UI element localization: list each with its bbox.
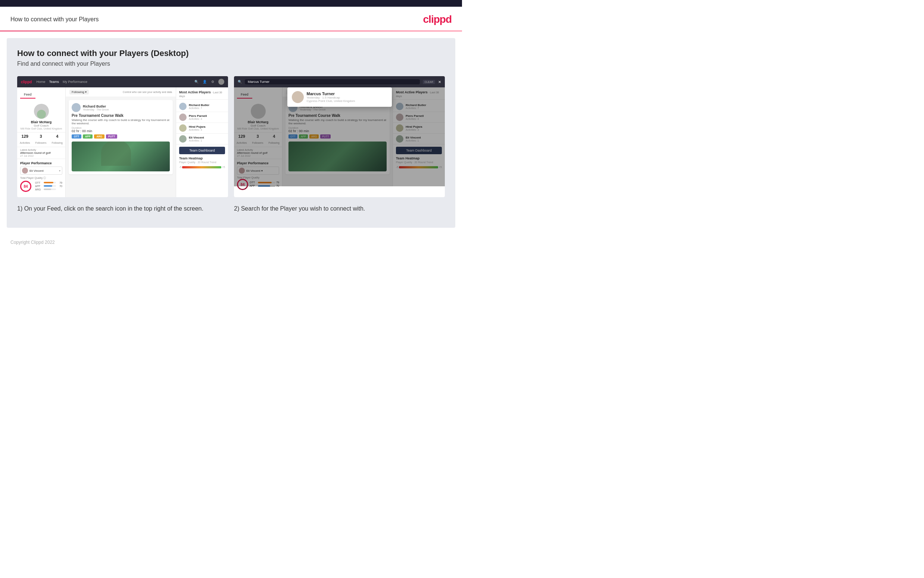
close-button[interactable]: ✕ (438, 80, 441, 84)
screenshots-row: clippd Home Teams My Performance 🔍 👤 ⚙ F (17, 76, 445, 197)
player-avatar-4 (179, 135, 186, 143)
player-list-item: Richard Butler Activities: 7 (176, 101, 228, 112)
search-result-subtitle: Yesterday · 1-5 Handicap (307, 96, 355, 99)
header: How to connect with your Players clippd (0, 7, 462, 31)
page-title: How to connect with your Players (10, 16, 99, 23)
search-icon-2: 🔍 (238, 80, 242, 84)
nav-my-performance[interactable]: My Performance (63, 80, 87, 84)
activity-title: Pre Tournament Course Walk (72, 114, 170, 118)
selected-player-label: Eli Vincent (29, 169, 44, 172)
quality-label: Total Player Quality ⓘ (20, 176, 62, 180)
team-heatmap-subtitle: Player Quality · 20 Round Trend (176, 161, 228, 165)
left-panel-1: Feed Blair McHarg Golf Coach Mill Ride G… (17, 88, 66, 197)
activity-user-row: Richard Butler Yesterday · The Grove (72, 103, 170, 112)
settings-icon[interactable]: ⚙ (210, 79, 215, 84)
nav-home[interactable]: Home (36, 80, 45, 84)
search-result-club: Cypress Point Club, United Kingdom (307, 99, 355, 103)
quality-bars: OTT 79 APP (35, 182, 62, 192)
activity-user-info: Richard Butler Yesterday · The Grove (83, 104, 109, 111)
right-panel-1: Most Active Players · Last 30 days Richa… (176, 88, 228, 197)
activity-image (72, 141, 170, 171)
team-heatmap-title: Team Heatmap (176, 156, 228, 161)
quality-score-row: 84 OTT 79 APP (20, 181, 62, 192)
footer: Copyright Clippd 2022 (0, 234, 462, 250)
player-list-item: Piers Parnell Activities: 4 (176, 112, 228, 123)
logo: clippd (423, 13, 451, 25)
copyright-text: Copyright Clippd 2022 (10, 240, 55, 245)
stat-following: 4 Following (52, 134, 63, 145)
caption-text-2: 2) Search for the Player you wish to con… (234, 205, 445, 213)
tag-putt: PUTT (106, 135, 117, 138)
team-dashboard-button[interactable]: Team Dashboard (179, 147, 225, 154)
duration-value: 02 hr : 00 min (72, 129, 170, 133)
player-mini-avatar (22, 168, 28, 174)
control-link[interactable]: Control who can see your activity and da… (123, 91, 172, 93)
player-avatar-2 (179, 114, 186, 121)
stat-followers: 3 Followers (36, 134, 47, 145)
arg-bar: ARG (35, 188, 62, 191)
caption-1: 1) On your Feed, click on the search ico… (17, 205, 228, 213)
main-subheading: Find and connect with your Players (17, 60, 445, 67)
search-icon[interactable]: 🔍 (194, 79, 199, 84)
caption-2: 2) Search for the Player you wish to con… (234, 205, 445, 213)
tag-ott: OTT (72, 135, 81, 138)
user-club: Mill Ride Golf Club, United Kingdom (20, 127, 62, 130)
screenshot-2: 🔍 Marcus Turner CLEAR ✕ Feed Blair McHa (234, 76, 445, 197)
search-result-avatar (292, 91, 304, 103)
player-selector[interactable]: Eli Vincent ▾ (20, 167, 62, 175)
screenshot-content-1: Feed Blair McHarg Golf Coach Mill Ride G… (17, 88, 228, 197)
user-stats: 129 Activities 3 Followers 4 Following (17, 133, 65, 147)
search-input[interactable]: Marcus Turner (245, 79, 420, 84)
top-bar (0, 0, 462, 7)
screenshot-1: clippd Home Teams My Performance 🔍 👤 ⚙ F (17, 76, 228, 197)
search-result-name: Marcus Turner (307, 91, 355, 96)
user-title: Golf Coach (20, 124, 62, 127)
center-panel-1: Following ▾ Control who can see your act… (66, 88, 176, 197)
search-result-item[interactable]: Marcus Turner Yesterday · 1-5 Handicap C… (287, 88, 392, 107)
following-button[interactable]: Following ▾ (70, 89, 89, 94)
latest-activity: Latest Activity Afternoon round of golf … (17, 147, 65, 159)
player-avatar-1 (179, 103, 186, 110)
user-card: Blair McHarg Golf Coach Mill Ride Golf C… (17, 102, 65, 133)
player-list-item: Hiral Pujara Activities: 3 (176, 123, 228, 134)
header-divider (0, 31, 462, 31)
tag-row: OTT APP ARG PUTT (72, 135, 170, 138)
activity-card: Richard Butler Yesterday · The Grove Pre… (69, 100, 173, 174)
mini-logo-1: clippd (21, 80, 32, 84)
following-bar: Following ▾ Control who can see your act… (66, 88, 176, 97)
activity-user-avatar (72, 103, 81, 112)
screenshot-2-body: Feed Blair McHarg Golf Coach Mill Ride G… (234, 88, 445, 186)
caption-row: 1) On your Feed, click on the search ico… (17, 205, 445, 213)
most-active-title: Most Active Players · Last 30 days (176, 90, 228, 100)
user-avatar-large (34, 104, 49, 119)
caption-text-1: 1) On your Feed, click on the search ico… (17, 205, 228, 213)
ott-bar: OTT 79 (35, 182, 62, 184)
main-content: How to connect with your Players (Deskto… (7, 38, 455, 228)
mini-nav-icons-1: 🔍 👤 ⚙ (194, 79, 224, 85)
activity-description: Walking the course with my coach to buil… (72, 119, 170, 125)
score-circle: 84 (20, 181, 31, 192)
user-name: Blair McHarg (20, 120, 62, 124)
duration-label: Duration (72, 127, 170, 129)
nav-teams[interactable]: Teams (49, 80, 59, 84)
tag-app: APP (83, 135, 92, 138)
search-overlay-nav: 🔍 Marcus Turner CLEAR ✕ (234, 76, 445, 88)
mini-nav-items-1: Home Teams My Performance (36, 80, 87, 84)
player-performance-section: Player Performance Eli Vincent ▾ Total P… (17, 159, 65, 194)
stat-activities: 129 Activities (20, 134, 30, 145)
feed-tab[interactable]: Feed (20, 91, 36, 99)
user-icon[interactable]: 👤 (202, 79, 207, 84)
player-avatar-3 (179, 124, 186, 132)
search-result-dropdown: Marcus Turner Yesterday · 1-5 Handicap C… (287, 88, 392, 107)
clear-button[interactable]: CLEAR (423, 80, 435, 84)
app-bar: APP 70 (35, 185, 62, 187)
search-query-text: Marcus Turner (248, 80, 269, 84)
player-performance-title: Player Performance (20, 161, 62, 165)
main-heading: How to connect with your Players (Deskto… (17, 49, 445, 58)
player-list-item: Eli Vincent Activities: 1 (176, 134, 228, 144)
avatar[interactable] (218, 79, 224, 85)
mini-nav-1: clippd Home Teams My Performance 🔍 👤 ⚙ (17, 76, 228, 88)
heatmap-axis: -5 +5 (176, 165, 228, 169)
tag-arg: ARG (94, 135, 105, 138)
